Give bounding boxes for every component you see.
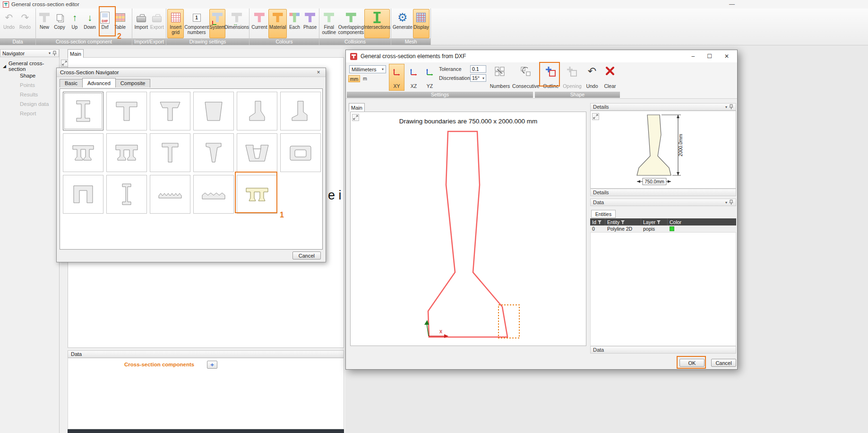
dimensions-button[interactable]: ↔ Dimensions	[225, 9, 248, 38]
minimize-icon[interactable]: —	[729, 1, 735, 8]
chevron-down-icon[interactable]: ▾	[725, 200, 727, 205]
tab-composite[interactable]: Composite	[115, 79, 151, 87]
plane-yz-button[interactable]: YZ	[422, 64, 438, 91]
material-colour-button[interactable]: Material	[268, 9, 287, 38]
dxf-button[interactable]: DXF Dxf	[97, 9, 112, 38]
shape-double-web-deck[interactable]	[63, 133, 103, 172]
component-numbers-button[interactable]: 1 Component numbers	[184, 9, 209, 38]
tree-item-results[interactable]: Results	[0, 90, 59, 99]
shape-narrow-i-section[interactable]	[106, 175, 147, 214]
filter-icon[interactable]	[621, 220, 625, 224]
numbers-icon	[494, 66, 506, 77]
clear-button[interactable]: Clear	[602, 64, 618, 91]
tree-item-general-cross-section[interactable]: ◢ General cross-section	[0, 61, 59, 71]
filter-icon[interactable]	[657, 220, 661, 224]
maximize-icon[interactable]: ☐	[707, 53, 712, 60]
xy-axes-icon	[392, 66, 402, 77]
cancel-button[interactable]: Cancel	[711, 359, 736, 367]
shape-wedge-t-section[interactable]	[193, 133, 234, 172]
close-icon[interactable]: ×	[315, 69, 322, 76]
pin-icon[interactable]	[729, 199, 733, 205]
each-colour-icon	[289, 10, 300, 25]
m-unit-label[interactable]: m	[363, 76, 367, 81]
fit-view-icon[interactable]	[61, 60, 68, 67]
consecutive-button[interactable]: Consecutive	[512, 64, 540, 91]
discretisation-dropdown[interactable]: 15° ▾	[470, 74, 486, 82]
tab-main[interactable]: Main	[349, 103, 365, 112]
tab-main[interactable]: Main	[68, 49, 84, 58]
units-dropdown[interactable]: Millimeters ▾	[349, 65, 386, 73]
insert-grid-button[interactable]: Insert grid	[167, 9, 184, 38]
plane-xy-button[interactable]: XY	[389, 64, 404, 91]
tab-advanced[interactable]: Advanced	[82, 78, 116, 87]
tree-item-report[interactable]: Report	[0, 109, 59, 118]
pin-icon[interactable]	[729, 104, 733, 110]
annotation-number-1: 1	[280, 211, 284, 219]
numbers-button[interactable]: Numbers	[490, 64, 510, 91]
mm-unit-button[interactable]: mm	[348, 75, 360, 82]
chevron-down-icon[interactable]: ▾	[725, 105, 727, 109]
copy-button[interactable]: Copy	[52, 9, 67, 38]
overlapping-components-button[interactable]: Overlapping components	[338, 9, 364, 38]
up-button[interactable]: ↑ Up	[67, 9, 82, 38]
add-component-button[interactable]: ＋	[207, 361, 217, 369]
dxf-window-titlebar: General cross-section elements from DXF …	[346, 50, 737, 62]
display-mesh-button[interactable]: Display	[413, 9, 430, 38]
outline-button[interactable]: Outline	[541, 64, 560, 91]
shape-grid	[63, 92, 319, 214]
shape-hollow-box-section[interactable]	[280, 133, 321, 172]
redo-button[interactable]: ↷ Redo	[17, 9, 33, 38]
navigator-tree: ◢ General cross-section Shape Points Res…	[0, 57, 59, 118]
discretisation-label: Discretisation	[439, 75, 470, 81]
minimize-icon[interactable]: –	[691, 53, 695, 60]
shape-trapezoid-section[interactable]	[193, 92, 234, 130]
shape-t-long-stem[interactable]	[150, 133, 190, 172]
tab-entities[interactable]: Entities	[591, 210, 616, 218]
shape-double-t-girder[interactable]	[237, 175, 277, 214]
undo-button[interactable]: ↶ Undo	[1, 9, 17, 38]
shape-footing-section[interactable]	[237, 92, 277, 130]
filter-icon[interactable]	[598, 220, 602, 224]
new-button[interactable]: New	[37, 9, 52, 38]
shape-tapered-t-section[interactable]	[150, 92, 190, 130]
fit-view-icon[interactable]	[592, 113, 599, 120]
system-button[interactable]: System	[209, 9, 225, 38]
dxf-canvas[interactable]: Drawing boundaries are 750.000 x 2000.00…	[350, 112, 586, 346]
ok-button[interactable]: OK	[679, 359, 705, 367]
fit-view-icon[interactable]	[352, 114, 359, 121]
cancel-button[interactable]: Cancel	[292, 251, 321, 260]
plane-xz-button[interactable]: XZ	[406, 64, 421, 91]
shape-t-section[interactable]	[106, 92, 147, 130]
intersections-button[interactable]: Intersections	[364, 9, 390, 38]
dxf-elements-window: General cross-section elements from DXF …	[345, 50, 738, 370]
cross-section-preview: 2000.0mm 750.0mm	[591, 111, 736, 188]
shape-trough-section[interactable]	[237, 133, 277, 172]
chevron-down-icon[interactable]: ▾	[49, 51, 51, 55]
opening-button[interactable]: Opening	[562, 64, 582, 91]
bottom-dark-strip	[68, 429, 344, 433]
shape-footing-section-2[interactable]	[280, 92, 321, 130]
phase-colour-button[interactable]: Phase	[302, 9, 318, 38]
shape-double-web-deck-2[interactable]	[106, 133, 147, 172]
tab-basic[interactable]: Basic	[60, 79, 83, 87]
down-button[interactable]: ↓ Down	[82, 9, 97, 38]
tree-item-points[interactable]: Points	[0, 80, 59, 90]
generate-mesh-button[interactable]: ⚙ Generate	[392, 9, 413, 38]
shape-channel-section[interactable]	[63, 175, 103, 214]
pin-icon[interactable]	[52, 51, 57, 56]
shape-i-section[interactable]	[63, 92, 103, 130]
undo-button[interactable]: ↶ Undo	[584, 64, 600, 91]
expander-icon[interactable]: ◢	[3, 64, 6, 69]
shape-corrugated-slab[interactable]	[150, 175, 190, 214]
tolerance-input[interactable]	[470, 65, 486, 73]
tree-item-shape[interactable]: Shape	[0, 71, 59, 80]
final-outline-button[interactable]: Final outline	[320, 9, 338, 38]
import-button[interactable]: Import	[133, 9, 149, 38]
tree-item-design-data[interactable]: Design data	[0, 99, 59, 109]
entity-row[interactable]: 0 Polyline 2D popis	[590, 225, 736, 233]
export-button[interactable]: Export	[149, 9, 165, 38]
close-icon[interactable]: ✕	[724, 53, 729, 60]
each-colour-button[interactable]: Each	[287, 9, 302, 38]
shape-corrugated-slab-2[interactable]	[193, 175, 234, 214]
current-colour-button[interactable]: Current	[250, 9, 268, 38]
